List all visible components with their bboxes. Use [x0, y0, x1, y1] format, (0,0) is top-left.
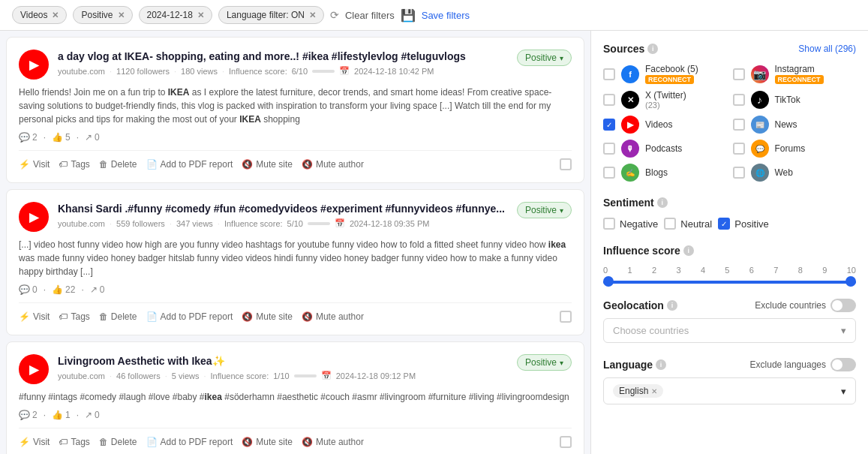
sentiment-checkbox-neutral[interactable]: [664, 218, 676, 230]
delete-button[interactable]: 🗑 Delete: [99, 159, 137, 170]
post-influence-label: Influence score:: [211, 371, 269, 380]
post-footer: ⚡ Visit 🏷 Tags 🗑 Delete 📄 Add to PDF rep…: [19, 428, 572, 448]
post-card: ▶ Khansi Sardi .#funny #comedy #fun #com…: [6, 189, 584, 335]
share-count: ↗ 0: [90, 284, 105, 295]
filter-date-close[interactable]: ✕: [197, 11, 204, 20]
comment-count: 💬 0: [19, 284, 38, 295]
sentiment-label: Positive: [525, 53, 557, 63]
filter-tag-videos[interactable]: Videos ✕: [12, 6, 67, 24]
delete-button[interactable]: 🗑 Delete: [99, 311, 137, 322]
reconnect-badge[interactable]: RECONNECT: [775, 75, 824, 84]
filter-tag-positive[interactable]: Positive ✕: [73, 6, 132, 24]
source-checkbox-forums[interactable]: [733, 143, 745, 155]
tags-button[interactable]: 🏷 Tags: [59, 159, 89, 170]
remove-language-icon[interactable]: ✕: [651, 387, 657, 395]
source-checkbox-facebook[interactable]: [603, 68, 615, 80]
range-label: 4: [701, 266, 705, 275]
toggle-knob: [832, 359, 842, 370]
mute-author-button[interactable]: 🔇 Mute author: [302, 437, 364, 447]
influence-slider[interactable]: [603, 281, 856, 284]
like-count: 👍 1: [52, 410, 71, 420]
delete-button[interactable]: 🗑 Delete: [99, 437, 137, 447]
range-label: 2: [652, 266, 656, 275]
sentiment-badge[interactable]: Positive ▾: [517, 354, 572, 371]
refresh-icon[interactable]: ⟳: [330, 9, 339, 21]
countries-dropdown[interactable]: Choose countries ▾: [603, 318, 856, 343]
reconnect-badge[interactable]: RECONNECT: [645, 75, 694, 84]
tags-button[interactable]: 🏷 Tags: [59, 437, 89, 447]
sentiment-negative-label: Negative: [620, 218, 658, 230]
filter-tag-date[interactable]: 2024-12-18 ✕: [139, 6, 212, 24]
post-date: 2024-12-18 10:42 PM: [354, 67, 434, 76]
language-dropdown[interactable]: English ✕ ▾: [603, 377, 856, 404]
range-label: 0: [603, 266, 608, 275]
add-to-pdf-button[interactable]: 📄 Add to PDF report: [146, 437, 233, 447]
mute-author-button[interactable]: 🔇 Mute author: [302, 159, 364, 170]
tags-button[interactable]: 🏷 Tags: [59, 311, 89, 322]
influence-slider-thumb-left[interactable]: [603, 276, 614, 287]
exclude-languages-toggle[interactable]: [830, 358, 856, 371]
source-checkbox-videos[interactable]: ✓: [603, 119, 615, 131]
visit-button[interactable]: ⚡ Visit: [19, 437, 50, 447]
source-checkbox-web[interactable]: [733, 167, 745, 179]
range-label: 8: [798, 266, 803, 275]
source-checkbox-podcasts[interactable]: [603, 143, 615, 155]
post-followers: 1120 followers: [116, 67, 170, 76]
filter-language-close[interactable]: ✕: [309, 11, 316, 20]
post-domain: youtube.com: [58, 219, 105, 228]
sources-info-icon[interactable]: i: [647, 44, 658, 54]
sentiment-badge[interactable]: Positive ▾: [517, 202, 572, 218]
filter-positive-label: Positive: [81, 10, 113, 20]
source-item-tiktok: ♪ TikTok: [733, 90, 857, 110]
range-label: 3: [676, 266, 680, 275]
mute-site-button[interactable]: 🔇 Mute site: [242, 159, 293, 170]
post-select-checkbox[interactable]: [560, 158, 572, 170]
add-to-pdf-button[interactable]: 📄 Add to PDF report: [146, 311, 233, 322]
filter-videos-close[interactable]: ✕: [52, 11, 59, 20]
clear-filters-button[interactable]: Clear filters: [345, 10, 395, 21]
mute-site-button[interactable]: 🔇 Mute site: [242, 437, 293, 447]
chevron-down-icon: ▾: [560, 359, 563, 367]
filter-tag-language[interactable]: Language filter: ON ✕: [218, 6, 324, 24]
post-header: ▶ a day vlog at IKEA- shopping, eating a…: [19, 50, 572, 80]
influence-info-icon[interactable]: i: [683, 245, 694, 256]
source-checkbox-news[interactable]: [733, 119, 745, 131]
filter-videos-label: Videos: [20, 10, 47, 20]
post-select-checkbox[interactable]: [560, 311, 572, 323]
post-card: ▶ Livingroom Aesthetic with Ikea✨ youtub…: [6, 341, 584, 454]
mute-site-button[interactable]: 🔇 Mute site: [242, 311, 293, 322]
influence-slider-thumb-right[interactable]: [845, 276, 856, 287]
post-footer: ⚡ Visit 🏷 Tags 🗑 Delete 📄 Add to PDF rep…: [19, 302, 572, 323]
geolocation-info-icon[interactable]: i: [667, 300, 677, 311]
add-to-pdf-button[interactable]: 📄 Add to PDF report: [146, 159, 233, 170]
sentiment-option-positive: ✓ Positive: [718, 218, 769, 230]
language-header: Language i Exclude languages: [603, 358, 856, 371]
post-influence-score: 5/10: [287, 219, 303, 228]
post-select-checkbox[interactable]: [560, 436, 572, 448]
geolocation-title: Geolocation i: [603, 299, 677, 311]
sentiment-checkbox-positive[interactable]: ✓: [718, 218, 730, 230]
source-checkbox-instagram[interactable]: [733, 68, 745, 80]
sentiment-section: Sentiment i Negative Neutral ✓: [603, 197, 856, 230]
sources-show-all[interactable]: Show all (296): [798, 44, 856, 54]
news-icon: 📰: [751, 116, 769, 134]
source-checkbox-blogs[interactable]: [603, 167, 615, 179]
sentiment-checkbox-negative[interactable]: [603, 218, 615, 230]
sentiment-badge[interactable]: Positive ▾: [517, 50, 572, 66]
sentiment-info-icon[interactable]: i: [657, 197, 668, 208]
visit-button[interactable]: ⚡ Visit: [19, 159, 50, 170]
post-influence-score: 1/10: [273, 371, 289, 380]
selected-language-tag: English ✕: [613, 384, 663, 398]
range-label: 1: [627, 266, 632, 275]
sentiment-neutral-label: Neutral: [680, 218, 712, 230]
language-info-icon[interactable]: i: [656, 359, 666, 370]
visit-button[interactable]: ⚡ Visit: [19, 311, 50, 322]
mute-author-button[interactable]: 🔇 Mute author: [302, 311, 364, 322]
exclude-countries-toggle[interactable]: [830, 299, 856, 312]
source-checkbox-twitter[interactable]: [603, 94, 615, 106]
post-influence-label: Influence score:: [224, 219, 283, 228]
save-filters-button[interactable]: Save filters: [422, 10, 470, 21]
filter-positive-close[interactable]: ✕: [118, 11, 125, 20]
source-checkbox-tiktok[interactable]: [733, 94, 745, 106]
post-followers: 559 followers: [116, 219, 165, 228]
